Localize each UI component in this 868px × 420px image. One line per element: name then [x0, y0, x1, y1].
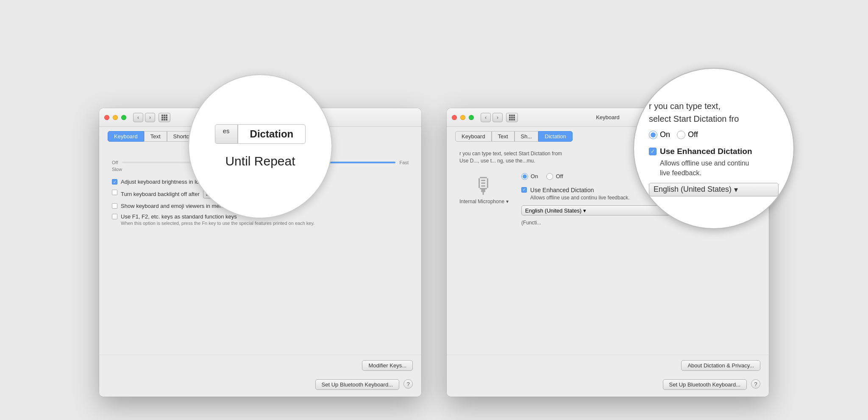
language-label: English (United States) [525, 207, 581, 214]
mag-check-enhanced-row: Use Enhanced Dictation [649, 147, 779, 156]
tab-text-right[interactable]: Text [492, 131, 515, 142]
radio-on-label: On [531, 173, 538, 179]
left-footer: Modifier Keys... [99, 355, 421, 376]
radio-off-label: Off [556, 173, 563, 179]
right-maximize-button[interactable] [469, 115, 474, 120]
tab-dictation-right[interactable]: Dictation [538, 131, 573, 142]
left-back-button[interactable]: ‹ [133, 113, 143, 122]
setup-bluetooth-button-right[interactable]: Set Up Bluetooth Keyboard... [663, 379, 747, 390]
checkbox-enhanced[interactable] [521, 187, 527, 193]
mic-label-text: Internal Microphone [459, 199, 504, 204]
right-back-button[interactable]: ‹ [481, 113, 491, 122]
slider-slow-label: Slow [112, 167, 122, 172]
tab-keyboard-right[interactable]: Keyboard [455, 131, 492, 142]
right-minimize-button[interactable] [460, 115, 465, 120]
left-footer-bottom: Set Up Bluetooth Keyboard... ? [99, 376, 421, 397]
mag-lang-text: English (United States) [654, 185, 732, 194]
tab-keyboard-left[interactable]: Keyboard [108, 131, 144, 142]
right-forward-button[interactable]: › [492, 113, 503, 122]
tab-text-left[interactable]: Text [144, 131, 167, 142]
left-forward-button[interactable]: › [145, 113, 155, 122]
right-nav-buttons: ‹ › [481, 113, 503, 122]
radio-on-indicator [523, 174, 527, 179]
checkbox-brightness[interactable] [112, 179, 117, 185]
mag-radio-off-label: Off [688, 130, 698, 139]
mag-radio-row: On Off [649, 130, 779, 139]
mag-enhanced-section: Use Enhanced Dictation Allows offline us… [649, 147, 779, 178]
mag-enhanced-body: Allows offline use and continulive feedb… [660, 159, 779, 178]
right-tab-segment: Keyboard Text Sh... Dictation [455, 131, 573, 142]
mag-checkbox-enhanced [649, 148, 657, 155]
right-close-button[interactable] [452, 115, 457, 120]
right-forward-icon: › [497, 115, 498, 120]
mic-label-row: Internal Microphone ▾ [459, 199, 509, 204]
fn-group: Use F1, F2, etc. keys as standard functi… [121, 213, 314, 226]
help-button-left[interactable]: ? [403, 379, 413, 389]
mag-radio-on-label: On [660, 130, 670, 139]
mic-area: 🎙 Internal Microphone ▾ [459, 173, 509, 204]
right-grid-icon [509, 115, 515, 120]
modifier-keys-button[interactable]: Modifier Keys... [362, 360, 413, 371]
mag-tab-shortcuts: es [215, 124, 238, 144]
radio-off-item: Off [546, 173, 563, 180]
left-minimize-button[interactable] [113, 115, 118, 120]
setup-bluetooth-button-left[interactable]: Set Up Bluetooth Keyboard... [315, 379, 399, 390]
checkbox-emoji[interactable] [112, 203, 117, 209]
mag-enhanced-title: Use Enhanced Dictation [660, 147, 752, 156]
left-forward-icon: › [149, 115, 151, 120]
magnify-circle-left: es Dictation Until Repeat [188, 74, 332, 218]
about-dictation-button[interactable]: About Dictation & Privacy... [681, 360, 760, 371]
mag-radio-on-inner [651, 132, 656, 137]
slider-off-label: Off [112, 160, 118, 165]
enhanced-desc-text: Allows offline use and continu live feed… [530, 194, 630, 202]
mag-big-text: Until Repeat [225, 154, 295, 168]
mic-icon: 🎙 [473, 173, 495, 199]
radio-on-item: On [521, 173, 538, 180]
left-maximize-button[interactable] [121, 115, 126, 120]
mag-lang-select: English (United States) ▾ [649, 183, 779, 196]
mag-radio-on-outer [649, 131, 657, 139]
left-close-button[interactable] [104, 115, 109, 120]
tab-shortcuts-right[interactable]: Sh... [515, 131, 539, 142]
radio-off-button[interactable] [546, 173, 553, 180]
left-back-icon: ‹ [137, 115, 139, 120]
magnify-circle-right: r you can type text, select Start Dictat… [633, 68, 794, 229]
checkbox-fn[interactable] [112, 214, 117, 219]
mag-tab-dictation: Dictation [238, 124, 306, 144]
label-backlight: Turn keyboard backlight off after [121, 191, 200, 197]
checkbox-backlight[interactable] [112, 190, 117, 195]
help-button-right[interactable]: ? [751, 379, 760, 389]
enhanced-title-text: Use Enhanced Dictation [530, 187, 630, 193]
right-traffic-lights [452, 115, 474, 120]
right-footer: About Dictation & Privacy... [447, 355, 769, 376]
mag-radio-off: Off [677, 130, 698, 139]
right-grid-button[interactable] [506, 113, 518, 122]
mag-lang-arrow: ▾ [734, 185, 738, 194]
right-back-icon: ‹ [485, 115, 487, 120]
language-arrow: ▾ [583, 207, 586, 214]
left-grid-button[interactable] [159, 113, 170, 122]
right-footer-bottom: Set Up Bluetooth Keyboard... ? [447, 376, 769, 397]
left-nav-buttons: ‹ › [133, 113, 155, 122]
sublabel-fn: When this option is selected, press the … [121, 221, 314, 226]
right-window-title: Keyboard [596, 114, 620, 120]
mag-right-line1: r you can type text, [649, 101, 779, 112]
radio-on-button[interactable] [521, 173, 528, 180]
label-fn: Use F1, F2, etc. keys as standard functi… [121, 213, 314, 220]
mag-radio-on: On [649, 130, 670, 139]
left-traffic-lights [104, 115, 126, 120]
mag-radio-off-outer [677, 131, 685, 139]
slider-fast-label: Fast [400, 160, 409, 165]
enhanced-text-group: Use Enhanced Dictation Allows offline us… [530, 187, 630, 202]
mic-dropdown-arrow: ▾ [506, 199, 509, 204]
mag-right-line2: select Start Dictation fro [649, 113, 779, 124]
left-grid-icon [161, 115, 167, 120]
